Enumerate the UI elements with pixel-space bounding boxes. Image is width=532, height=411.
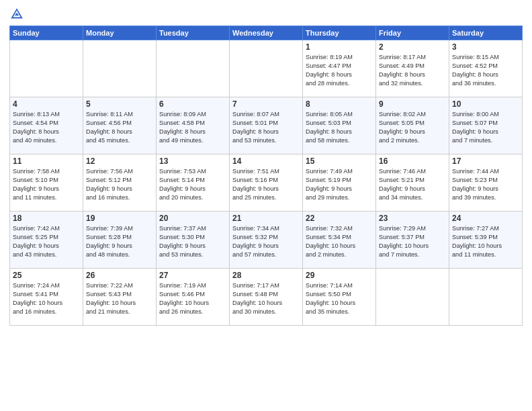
weekday-header-friday: Friday [376,26,449,40]
day-number: 28 [232,271,300,280]
calendar-body: 1Sunrise: 8:19 AM Sunset: 4:47 PM Daylig… [10,40,523,326]
day-number: 7 [232,99,300,109]
calendar-cell: 1Sunrise: 8:19 AM Sunset: 4:47 PM Daylig… [303,40,376,97]
day-number: 1 [306,42,373,52]
calendar-cell: 4Sunrise: 8:13 AM Sunset: 4:54 PM Daylig… [10,97,83,154]
calendar-week-3: 11Sunrise: 7:58 AM Sunset: 5:10 PM Dayli… [10,154,523,212]
day-info: Sunrise: 8:09 AM Sunset: 4:58 PM Dayligh… [159,110,226,145]
day-info: Sunrise: 7:49 AM Sunset: 5:19 PM Dayligh… [306,167,373,202]
calendar-week-2: 4Sunrise: 8:13 AM Sunset: 4:54 PM Daylig… [10,97,523,154]
day-info: Sunrise: 7:39 AM Sunset: 5:28 PM Dayligh… [86,224,153,259]
day-info: Sunrise: 7:19 AM Sunset: 5:46 PM Dayligh… [159,281,226,316]
day-number: 3 [452,42,519,52]
day-info: Sunrise: 8:19 AM Sunset: 4:47 PM Dayligh… [306,53,373,88]
calendar-cell: 19Sunrise: 7:39 AM Sunset: 5:28 PM Dayli… [83,212,157,269]
day-info: Sunrise: 7:42 AM Sunset: 5:25 PM Dayligh… [13,224,80,259]
day-number: 13 [159,156,226,166]
calendar-cell: 28Sunrise: 7:17 AM Sunset: 5:48 PM Dayli… [230,269,303,326]
day-info: Sunrise: 8:00 AM Sunset: 5:07 PM Dayligh… [452,110,519,145]
day-info: Sunrise: 8:11 AM Sunset: 4:56 PM Dayligh… [86,110,153,145]
weekday-header-tuesday: Tuesday [157,26,230,40]
calendar-cell: 21Sunrise: 7:34 AM Sunset: 5:32 PM Dayli… [230,212,303,269]
day-number: 15 [306,156,373,166]
day-number: 5 [86,99,153,109]
calendar-week-5: 25Sunrise: 7:24 AM Sunset: 5:41 PM Dayli… [10,269,523,326]
day-info: Sunrise: 7:14 AM Sunset: 5:50 PM Dayligh… [306,281,373,316]
day-number: 14 [232,156,300,166]
day-number: 23 [379,214,446,223]
weekday-header-monday: Monday [83,26,157,40]
day-info: Sunrise: 7:46 AM Sunset: 5:21 PM Dayligh… [379,167,446,202]
day-number: 17 [452,156,519,166]
day-info: Sunrise: 8:15 AM Sunset: 4:52 PM Dayligh… [452,53,519,88]
day-info: Sunrise: 7:27 AM Sunset: 5:39 PM Dayligh… [452,224,519,259]
calendar-cell: 12Sunrise: 7:56 AM Sunset: 5:12 PM Dayli… [83,154,157,212]
calendar-cell: 8Sunrise: 8:05 AM Sunset: 5:03 PM Daylig… [303,97,376,154]
calendar-cell: 10Sunrise: 8:00 AM Sunset: 5:07 PM Dayli… [449,97,523,154]
day-info: Sunrise: 7:34 AM Sunset: 5:32 PM Dayligh… [232,224,300,259]
page-container: SundayMondayTuesdayWednesdayThursdayFrid… [0,0,532,330]
weekday-header-saturday: Saturday [449,26,523,40]
calendar-cell: 2Sunrise: 8:17 AM Sunset: 4:49 PM Daylig… [376,40,449,97]
calendar-cell [230,40,303,97]
calendar-cell: 24Sunrise: 7:27 AM Sunset: 5:39 PM Dayli… [449,212,523,269]
day-number: 27 [159,271,226,280]
day-number: 26 [86,271,153,280]
day-info: Sunrise: 7:58 AM Sunset: 5:10 PM Dayligh… [13,167,80,202]
day-info: Sunrise: 7:29 AM Sunset: 5:37 PM Dayligh… [379,224,446,259]
calendar-cell [10,40,83,97]
calendar-cell: 22Sunrise: 7:32 AM Sunset: 5:34 PM Dayli… [303,212,376,269]
calendar-cell: 17Sunrise: 7:44 AM Sunset: 5:23 PM Dayli… [449,154,523,212]
calendar-cell: 13Sunrise: 7:53 AM Sunset: 5:14 PM Dayli… [157,154,230,212]
calendar-cell: 26Sunrise: 7:22 AM Sunset: 5:43 PM Dayli… [83,269,157,326]
day-number: 22 [306,214,373,223]
day-info: Sunrise: 7:24 AM Sunset: 5:41 PM Dayligh… [13,281,80,316]
day-number: 4 [13,99,80,109]
weekday-header-sunday: Sunday [10,26,83,40]
calendar-cell: 25Sunrise: 7:24 AM Sunset: 5:41 PM Dayli… [10,269,83,326]
calendar-cell: 16Sunrise: 7:46 AM Sunset: 5:21 PM Dayli… [376,154,449,212]
day-info: Sunrise: 8:17 AM Sunset: 4:49 PM Dayligh… [379,53,446,88]
calendar-cell: 18Sunrise: 7:42 AM Sunset: 5:25 PM Dayli… [10,212,83,269]
logo [9,7,27,21]
calendar-week-4: 18Sunrise: 7:42 AM Sunset: 5:25 PM Dayli… [10,212,523,269]
day-info: Sunrise: 7:51 AM Sunset: 5:16 PM Dayligh… [232,167,300,202]
logo-icon [9,7,24,21]
day-number: 11 [13,156,80,166]
calendar-cell: 23Sunrise: 7:29 AM Sunset: 5:37 PM Dayli… [376,212,449,269]
calendar-cell: 15Sunrise: 7:49 AM Sunset: 5:19 PM Dayli… [303,154,376,212]
day-info: Sunrise: 8:07 AM Sunset: 5:01 PM Dayligh… [232,110,300,145]
day-number: 20 [159,214,226,223]
day-info: Sunrise: 7:53 AM Sunset: 5:14 PM Dayligh… [159,167,226,202]
day-info: Sunrise: 8:05 AM Sunset: 5:03 PM Dayligh… [306,110,373,145]
day-info: Sunrise: 8:13 AM Sunset: 4:54 PM Dayligh… [13,110,80,145]
calendar-cell: 29Sunrise: 7:14 AM Sunset: 5:50 PM Dayli… [303,269,376,326]
day-number: 16 [379,156,446,166]
day-info: Sunrise: 7:17 AM Sunset: 5:48 PM Dayligh… [232,281,300,316]
calendar-cell: 11Sunrise: 7:58 AM Sunset: 5:10 PM Dayli… [10,154,83,212]
calendar-cell: 27Sunrise: 7:19 AM Sunset: 5:46 PM Dayli… [157,269,230,326]
calendar-cell: 3Sunrise: 8:15 AM Sunset: 4:52 PM Daylig… [449,40,523,97]
calendar-week-1: 1Sunrise: 8:19 AM Sunset: 4:47 PM Daylig… [10,40,523,97]
calendar-cell: 9Sunrise: 8:02 AM Sunset: 5:05 PM Daylig… [376,97,449,154]
day-info: Sunrise: 7:22 AM Sunset: 5:43 PM Dayligh… [86,281,153,316]
weekday-header-wednesday: Wednesday [230,26,303,40]
calendar-cell: 14Sunrise: 7:51 AM Sunset: 5:16 PM Dayli… [230,154,303,212]
day-number: 18 [13,214,80,223]
weekday-header-row: SundayMondayTuesdayWednesdayThursdayFrid… [10,26,523,40]
day-number: 10 [452,99,519,109]
calendar-cell [157,40,230,97]
day-number: 24 [452,214,519,223]
day-info: Sunrise: 8:02 AM Sunset: 5:05 PM Dayligh… [379,110,446,145]
header-row [9,7,523,21]
calendar-cell [83,40,157,97]
calendar-cell [376,269,449,326]
day-number: 29 [306,271,373,280]
day-number: 2 [379,42,446,52]
day-info: Sunrise: 7:44 AM Sunset: 5:23 PM Dayligh… [452,167,519,202]
calendar-cell [449,269,523,326]
calendar-cell: 7Sunrise: 8:07 AM Sunset: 5:01 PM Daylig… [230,97,303,154]
day-info: Sunrise: 7:32 AM Sunset: 5:34 PM Dayligh… [306,224,373,259]
calendar-cell: 5Sunrise: 8:11 AM Sunset: 4:56 PM Daylig… [83,97,157,154]
day-number: 25 [13,271,80,280]
